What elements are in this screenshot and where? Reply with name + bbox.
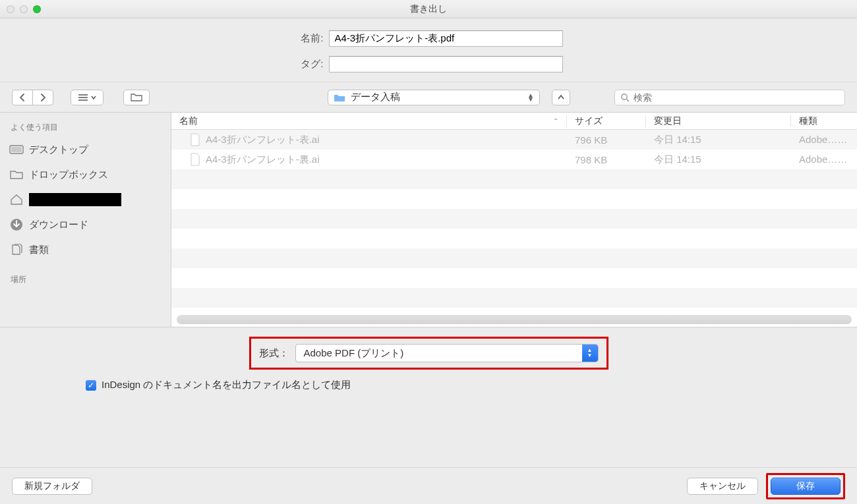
file-row[interactable]: A4-3折パンフレット-裏.ai 798 KB 今日 14:15 Adobe…a… xyxy=(171,150,857,169)
collapse-button[interactable] xyxy=(552,90,570,105)
home-icon xyxy=(9,194,24,206)
folder-select[interactable]: データ入稿 ▲▼ xyxy=(328,90,540,105)
horizontal-scrollbar[interactable] xyxy=(177,315,852,324)
format-select[interactable]: Adobe PDF (プリント) ▲▼ xyxy=(295,344,599,362)
select-arrows-icon: ▲▼ xyxy=(582,345,598,362)
file-area: 名前⌃ サイズ 変更日 種類 A4-3折パンフレット-表.ai 796 KB 今… xyxy=(171,113,857,327)
sidebar-item-label: デスクトップ xyxy=(29,144,88,156)
checkbox-label: InDesign のドキュメント名を出力ファイル名として使用 xyxy=(102,379,351,391)
save-button[interactable]: 保存 xyxy=(771,478,841,495)
folder-icon xyxy=(334,93,345,102)
grouping-button[interactable] xyxy=(123,90,150,105)
name-label: 名前: xyxy=(295,32,324,45)
sidebar-item-label: ドロップボックス xyxy=(29,169,108,181)
desktop-icon xyxy=(9,144,24,155)
folder-outline-icon xyxy=(131,93,142,102)
footer: 新規フォルダ キャンセル 保存 xyxy=(0,467,857,504)
new-folder-button[interactable]: 新規フォルダ xyxy=(12,478,92,495)
sort-asc-icon: ⌃ xyxy=(553,117,558,125)
name-tag-panel: 名前: タグ: xyxy=(0,18,857,82)
header-name[interactable]: 名前⌃ xyxy=(171,115,567,127)
search-box[interactable] xyxy=(614,90,845,105)
documents-icon xyxy=(9,244,24,256)
window-title: 書き出し xyxy=(0,3,857,15)
chevron-down-icon xyxy=(91,95,96,100)
format-value: Adobe PDF (プリント) xyxy=(304,347,404,360)
sidebar-item-label: ダウンロード xyxy=(29,219,88,231)
sidebar: よく使う項目 デスクトップ ドロップボックス ダウンロード 書類 場所 xyxy=(0,113,171,327)
svg-point-0 xyxy=(622,94,627,99)
sidebar-item-desktop[interactable]: デスクトップ xyxy=(9,137,162,162)
view-mode-button[interactable] xyxy=(71,90,103,105)
cancel-button[interactable]: キャンセル xyxy=(687,478,758,495)
sidebar-locations-heading: 場所 xyxy=(11,274,162,285)
chevron-up-icon xyxy=(558,94,564,101)
format-label: 形式： xyxy=(259,347,289,360)
sidebar-item-home[interactable] xyxy=(9,187,162,212)
format-highlight: 形式： Adobe PDF (プリント) ▲▼ xyxy=(249,337,608,370)
file-icon xyxy=(190,133,200,146)
main-area: よく使う項目 デスクトップ ドロップボックス ダウンロード 書類 場所 名前⌃ … xyxy=(0,113,857,327)
file-icon xyxy=(190,153,200,166)
sidebar-item-documents[interactable]: 書類 xyxy=(9,237,162,262)
tag-label: タグ: xyxy=(295,58,324,70)
list-icon xyxy=(78,94,88,101)
filename-input[interactable] xyxy=(329,30,563,47)
checkbox[interactable]: ✓ xyxy=(86,380,96,391)
tag-input[interactable] xyxy=(329,56,563,72)
sidebar-item-downloads[interactable]: ダウンロード xyxy=(9,212,162,237)
sidebar-favorites-heading: よく使う項目 xyxy=(11,122,162,133)
sidebar-item-label: 書類 xyxy=(29,244,49,256)
sidebar-item-dropbox[interactable]: ドロップボックス xyxy=(9,162,162,187)
svg-rect-2 xyxy=(11,147,22,152)
header-modified[interactable]: 変更日 xyxy=(646,115,791,127)
box-icon xyxy=(9,169,24,181)
back-button[interactable] xyxy=(12,90,32,105)
use-doc-name-checkbox-row: ✓ InDesign のドキュメント名を出力ファイル名として使用 xyxy=(86,379,351,391)
save-highlight: 保存 xyxy=(766,473,845,499)
forward-button[interactable] xyxy=(32,90,53,105)
titlebar: 書き出し xyxy=(0,0,857,18)
file-rows: A4-3折パンフレット-表.ai 796 KB 今日 14:15 Adobe…a… xyxy=(171,130,857,315)
column-headers: 名前⌃ サイズ 変更日 種類 xyxy=(171,113,857,130)
sidebar-item-label xyxy=(29,193,121,206)
file-row[interactable]: A4-3折パンフレット-表.ai 796 KB 今日 14:15 Adobe…a… xyxy=(171,130,857,150)
bottom-panel: 形式： Adobe PDF (プリント) ▲▼ ✓ InDesign のドキュメ… xyxy=(0,327,857,391)
toolbar: データ入稿 ▲▼ xyxy=(0,82,857,113)
folder-name: データ入稿 xyxy=(351,91,400,103)
download-icon xyxy=(9,219,24,231)
select-arrows-icon: ▲▼ xyxy=(527,94,534,101)
search-icon xyxy=(620,93,630,102)
header-size[interactable]: サイズ xyxy=(567,115,646,127)
nav-buttons xyxy=(12,90,53,105)
search-input[interactable] xyxy=(634,92,839,103)
header-kind[interactable]: 種類 xyxy=(791,115,857,127)
